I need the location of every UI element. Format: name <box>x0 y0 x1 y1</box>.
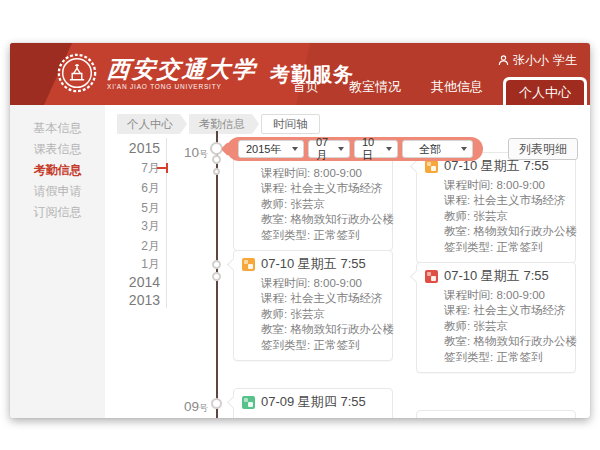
sidebar-item-attendance-info[interactable]: 考勤信息 <box>10 160 105 181</box>
card-body: 课程时间: 8:00-9:00 课程: 社会主义市场经济 教师: 张芸京 教室:… <box>444 288 567 365</box>
timeline-year-2014[interactable]: 2014 <box>108 274 160 290</box>
sidebar-item-basic-info[interactable]: 基本信息 <box>10 118 105 139</box>
chevron-down-icon <box>338 147 344 151</box>
timeline-month-jan[interactable]: 1月 <box>108 256 160 273</box>
card-body: 课程时间: 8:00-9:00 课程: 社会主义市场经济 教师: 张芸京 教室:… <box>261 166 384 243</box>
user-icon <box>498 55 509 66</box>
card-tail <box>410 160 423 173</box>
app-window: 西安交通大学 XI'AN JIAO TONG UNIVERSITY 考勤服务 张… <box>10 43 590 418</box>
calendar-status-icon <box>425 160 438 173</box>
calendar-status-icon <box>242 396 255 409</box>
year-select[interactable]: 2015年 <box>238 140 304 158</box>
filter-bar: 2015年 07月 10日 全部 <box>227 137 483 161</box>
breadcrumb-personal-center[interactable]: 个人中心 <box>117 114 187 134</box>
card-header: 07-10 星期五 7:55 <box>425 268 567 284</box>
timeline-dot <box>212 155 221 164</box>
day-label-10: 10号 <box>170 143 208 161</box>
timeline-month-jul[interactable]: 7月 <box>108 160 160 177</box>
day-label-09: 09号 <box>170 397 208 415</box>
timeline-month-mar[interactable]: 3月 <box>108 218 160 235</box>
card-header: 07-10 星期五 7:55 <box>242 256 384 272</box>
timeline-dot <box>211 398 222 409</box>
timeline-dot <box>212 260 221 269</box>
tab-personal-center[interactable]: 个人中心 <box>503 77 587 105</box>
month-select[interactable]: 07月 <box>308 140 350 158</box>
timeline-dot <box>212 272 221 281</box>
attendance-card[interactable]: 07-10 星期五 7:55 课程时间: 8:00-9:00 课程: 社会主义市… <box>233 250 393 361</box>
attendance-card[interactable]: 07-10 星期五 7:55 课程时间: 8:00-9:00 课程: 社会主义市… <box>416 262 576 373</box>
university-name-en: XI'AN JIAO TONG UNIVERSITY <box>107 83 257 90</box>
current-month-marker <box>157 163 168 173</box>
breadcrumb-attendance-info[interactable]: 考勤信息 <box>189 114 259 134</box>
breadcrumb-timeline[interactable]: 时间轴 <box>261 114 320 134</box>
nav-item-classrooms[interactable]: 教室情况 <box>334 78 416 96</box>
card-tail <box>227 396 240 409</box>
calendar-status-icon <box>425 270 438 283</box>
sidebar: 基本信息 课表信息 考勤信息 请假申请 订阅信息 <box>10 105 105 418</box>
attendance-card[interactable]: 07-09 星期四 7:55 <box>233 388 393 418</box>
attendance-card[interactable] <box>416 410 576 418</box>
app-header: 西安交通大学 XI'AN JIAO TONG UNIVERSITY 考勤服务 张… <box>10 43 590 105</box>
card-header: 07-09 星期四 7:55 <box>242 394 384 410</box>
list-detail-button[interactable]: 列表明细 <box>508 138 578 160</box>
chevron-down-icon <box>386 147 392 151</box>
university-name: 西安交通大学 <box>106 56 258 82</box>
sidebar-item-schedule-info[interactable]: 课表信息 <box>10 139 105 160</box>
day-select[interactable]: 10日 <box>354 140 398 158</box>
card-tail <box>227 258 240 271</box>
chevron-down-icon <box>292 147 298 151</box>
nav-item-home[interactable]: 首页 <box>278 78 334 96</box>
user-info[interactable]: 张小小 学生 <box>498 52 577 69</box>
tab-personal-center-label: 个人中心 <box>506 80 584 105</box>
sidebar-item-subscription-info[interactable]: 订阅信息 <box>10 202 105 223</box>
timeline-year-2015[interactable]: 2015 <box>108 140 160 156</box>
breadcrumb: 个人中心 考勤信息 时间轴 <box>117 114 322 134</box>
calendar-status-icon <box>242 258 255 271</box>
timeline-month-jun[interactable]: 6月 <box>108 180 160 197</box>
sidebar-item-leave-request[interactable]: 请假申请 <box>10 181 105 202</box>
timeline-year-2013[interactable]: 2013 <box>108 292 160 308</box>
timeline-month-feb[interactable]: 2月 <box>108 238 160 255</box>
chevron-down-icon <box>461 147 467 151</box>
nav-item-other-info[interactable]: 其他信息 <box>416 78 498 96</box>
card-tail <box>410 270 423 283</box>
card-body: 课程时间: 8:00-9:00 课程: 社会主义市场经济 教师: 张芸京 教室:… <box>261 276 384 353</box>
timeline-month-may[interactable]: 5月 <box>108 200 160 217</box>
university-logo-icon <box>56 52 98 94</box>
timeline-dot <box>213 168 220 175</box>
user-role: 学生 <box>553 52 577 69</box>
type-select[interactable]: 全部 <box>402 140 473 158</box>
filter-bar-tail <box>221 142 235 156</box>
card-body: 课程时间: 8:00-9:00 课程: 社会主义市场经济 教师: 张芸京 教室:… <box>444 178 567 255</box>
user-name: 张小小 <box>513 52 549 69</box>
main-nav: 首页 教室情况 其他信息 个人中心 <box>278 77 590 105</box>
page: 西安交通大学 XI'AN JIAO TONG UNIVERSITY 考勤服务 张… <box>0 0 600 450</box>
attendance-card[interactable]: 07-10 星期五 7:55 课程时间: 8:00-9:00 课程: 社会主义市… <box>416 152 576 263</box>
